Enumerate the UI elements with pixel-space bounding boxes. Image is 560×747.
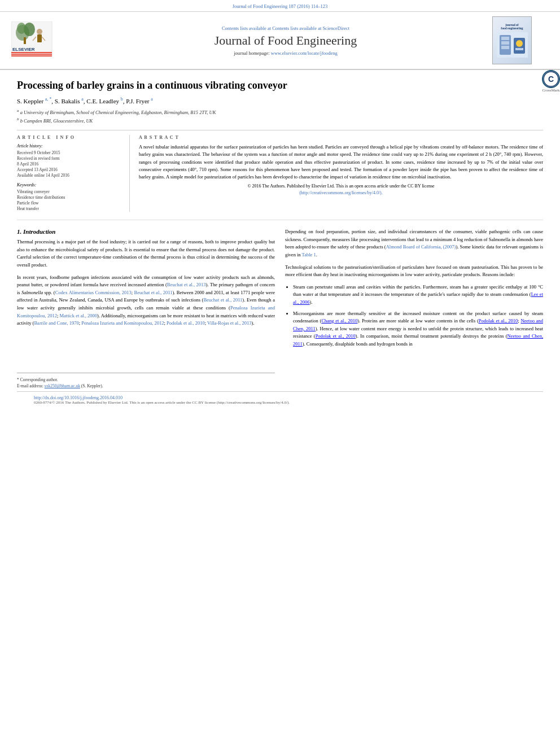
doi-line: http://dx.doi.org/10.1016/j.jfoodeng.201…	[34, 395, 526, 400]
barrile-link[interactable]: Barrile and Cone, 1970	[34, 320, 78, 326]
intro-section-title: 1. Introduction	[17, 228, 275, 235]
podolak-2010-link[interactable]: Podolak et al., 2010	[479, 318, 518, 324]
article-info-header: A R T I C L E I N F O	[17, 135, 123, 140]
abstract-column: A B S T R A C T A novel tubular industri…	[139, 135, 543, 212]
bullet-item-2: Microorganisms are more thermally sensit…	[293, 310, 543, 348]
available-online-date: Available online 14 April 2016	[17, 173, 123, 178]
author-email-link[interactable]: sxk250@bham.ac.uk	[45, 383, 80, 388]
article-content: C CrossMark Processing of barley grains …	[0, 70, 560, 414]
svg-point-19	[516, 40, 523, 47]
corresponding-author-note: * Corresponding author. E-mail address: …	[17, 373, 275, 390]
elsevier-logo: ELSEVIER	[11, 21, 73, 58]
article-info-abstract: A R T I C L E I N F O Article history: R…	[17, 130, 543, 212]
doi-link[interactable]: http://dx.doi.org/10.1016/j.jfoodeng.201…	[34, 395, 123, 400]
journal-title-area: Contents lists available at Contents lis…	[79, 25, 492, 56]
journal-header: ELSEVIER Contents lists available at Con…	[0, 12, 560, 70]
crossmark-container: C CrossMark	[542, 70, 560, 93]
issn-line: 0260-8774/© 2016 The Authors. Published …	[34, 400, 526, 405]
beuchat-2011-link[interactable]: Beuchat et al., 2011	[134, 290, 173, 295]
chang-2010-link[interactable]: Chang et al., 2010	[321, 318, 357, 324]
almond-board-link[interactable]: Almond Board of California, (2007)	[386, 244, 456, 250]
penaloza-link[interactable]: Penaloza Izurieta and Komitopoulou, 2012	[17, 305, 275, 318]
authors-line: S. Keppler a, *, S. Bakalis a, C.E. Lead…	[17, 97, 543, 104]
abstract-header: A B S T R A C T	[139, 135, 543, 140]
intro-para2: In recent years, foodborne pathogen infe…	[17, 274, 275, 327]
svg-rect-6	[37, 34, 42, 42]
svg-rect-16	[501, 41, 509, 45]
sciencedirect-link-text: Contents lists available at ScienceDirec…	[272, 25, 349, 31]
homepage-link[interactable]: www.elsevier.com/locate/jfoodeng	[271, 50, 338, 56]
corresponding-author-label: * Corresponding author.	[17, 377, 275, 383]
svg-text:ELSEVIER: ELSEVIER	[12, 47, 35, 52]
svg-rect-12	[11, 55, 52, 56]
received-date: Received 9 October 2015	[17, 150, 123, 155]
crossmark-icon: C	[542, 70, 560, 88]
lee-2006-link[interactable]: Lee et al., 2006	[293, 291, 543, 305]
journal-cover-image: journal offood engineering	[492, 16, 532, 64]
bullet-item-1: Steam can penetrate small areas and cavi…	[293, 283, 543, 307]
article-title: Processing of barley grains in a continu…	[17, 79, 543, 92]
keyword-2: Residence time distributions	[17, 195, 123, 200]
body-right-column: Depending on food preparation, portion s…	[285, 228, 543, 389]
section-divider	[17, 220, 543, 220]
reasons-list: Steam can penetrate small areas and cavi…	[293, 283, 543, 348]
podolak2-link[interactable]: Podolak et al., 2010	[316, 333, 356, 339]
beuchat-2013-link[interactable]: Beuchat et al., 2013	[167, 282, 206, 287]
villa-link[interactable]: Villa-Rojas et al., 2013	[207, 320, 252, 326]
abstract-text: A novel tubular industrial apparatus for…	[139, 143, 543, 197]
keyword-4: Heat transfer	[17, 206, 123, 211]
cc-url: (http://creativecommons.org/licenses/by/…	[299, 190, 383, 195]
accepted-date: Accepted 13 April 2016	[17, 167, 123, 172]
page-footer: http://dx.doi.org/10.1016/j.jfoodeng.201…	[17, 391, 543, 408]
table1-link[interactable]: Table 1	[302, 252, 316, 257]
svg-rect-4	[24, 37, 26, 44]
cc-notice: © 2016 The Authors. Published by Elsevie…	[139, 183, 543, 197]
svg-rect-20	[515, 48, 523, 50]
right-para2: Technological solutions to the pasteuris…	[285, 264, 543, 279]
journal-reference: Journal of Food Engineering 187 (2016) 1…	[233, 3, 328, 9]
podolak-link[interactable]: Podolak et al., 2010	[167, 320, 205, 326]
and-text: and	[369, 341, 375, 347]
revised-date: 8 April 2016	[17, 161, 123, 167]
svg-rect-17	[501, 46, 509, 49]
svg-rect-15	[501, 37, 509, 40]
penaloza2-link[interactable]: Penaloza Izurieta and Komitopoulou, 2012	[81, 320, 164, 326]
sciencedirect-text: Contents lists available at Contents lis…	[79, 25, 492, 31]
keyword-3: Particle flow	[17, 200, 123, 206]
svg-rect-11	[11, 54, 52, 55]
affiliations: a a University of Birmingham, School of …	[17, 108, 543, 124]
article-info-column: A R T I C L E I N F O Article history: R…	[17, 135, 130, 212]
journal-title: Journal of Food Engineering	[79, 33, 492, 48]
keywords-label: Keywords:	[17, 182, 123, 187]
mattick-link[interactable]: Mattick et al., 2000	[60, 313, 98, 318]
journal-homepage: journal homepage: www.elsevier.com/locat…	[79, 50, 492, 56]
article-history-label: Article history:	[17, 143, 123, 148]
elsevier-logo-container: ELSEVIER	[11, 21, 79, 59]
keyword-1: Vibrating conveyer	[17, 189, 123, 194]
footnote-area: * Corresponding author. E-mail address: …	[17, 373, 275, 390]
intro-para1: Thermal processing is a major part of th…	[17, 238, 275, 269]
article-body: 1. Introduction Thermal processing is a …	[17, 228, 543, 389]
svg-text:C: C	[548, 75, 554, 84]
codex-link[interactable]: Codex Alimentarius Commission, 2013	[55, 290, 132, 295]
svg-rect-10	[11, 52, 52, 53]
body-left-column: 1. Introduction Thermal processing is a …	[17, 228, 275, 389]
crossmark-label: CrossMark	[542, 88, 560, 93]
page: Journal of Food Engineering 187 (2016) 1…	[0, 0, 560, 747]
right-para1: Depending on food preparation, portion s…	[285, 228, 543, 259]
svg-point-5	[37, 29, 42, 34]
beuchat-2011b-link[interactable]: Beuchat et al., 2011	[203, 297, 242, 303]
svg-point-3	[17, 23, 26, 34]
cover-graphic	[497, 32, 528, 58]
journal-reference-bar: Journal of Food Engineering 187 (2016) 1…	[0, 0, 560, 12]
email-label: E-mail address: sxk250@bham.ac.uk (S. Ke…	[17, 383, 275, 389]
journal-cover-area: journal offood engineering	[492, 16, 549, 64]
revised-label: Received in revised form	[17, 156, 123, 161]
